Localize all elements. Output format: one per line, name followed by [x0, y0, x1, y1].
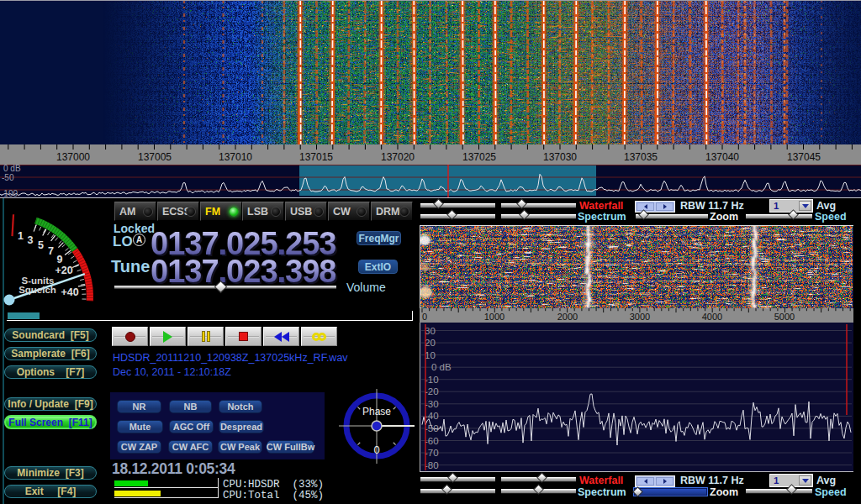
svg-text:-80: -80 — [425, 460, 439, 470]
svg-text:137025: 137025 — [462, 151, 496, 163]
svg-text:137005: 137005 — [138, 151, 172, 163]
svg-text:1: 1 — [18, 230, 24, 242]
svg-text:1000: 1000 — [484, 312, 504, 322]
svg-text:10: 10 — [425, 350, 436, 360]
svg-text:4000: 4000 — [702, 312, 722, 322]
svg-text:137030: 137030 — [543, 151, 577, 163]
svg-text:-20: -20 — [425, 386, 439, 396]
svg-text:0 dB: 0 dB — [431, 362, 452, 372]
svg-text:2000: 2000 — [557, 312, 578, 322]
svg-text:137000: 137000 — [56, 151, 90, 163]
svg-text:137045: 137045 — [787, 151, 821, 163]
svg-text:137020: 137020 — [381, 151, 415, 163]
svg-text:5: 5 — [38, 239, 44, 251]
svg-text:137015: 137015 — [299, 151, 333, 163]
svg-text:137010: 137010 — [219, 151, 252, 163]
svg-text:7: 7 — [48, 245, 54, 257]
svg-text:0 dB: 0 dB — [3, 165, 21, 173]
svg-text:0: 0 — [373, 444, 379, 456]
svg-text:+20: +20 — [55, 265, 72, 276]
svg-text:+40: +40 — [61, 286, 78, 298]
svg-text:3000: 3000 — [630, 312, 650, 322]
svg-text:-50: -50 — [2, 173, 14, 182]
svg-text:137040: 137040 — [705, 151, 739, 163]
svg-text:-70: -70 — [425, 448, 439, 458]
svg-text:-60: -60 — [425, 436, 439, 446]
svg-text:0: 0 — [422, 312, 427, 322]
svg-text:137035: 137035 — [624, 151, 658, 163]
svg-text:-100: -100 — [1, 189, 18, 198]
svg-text:-50: -50 — [425, 423, 439, 433]
svg-text:30: 30 — [425, 326, 436, 336]
svg-text:-40: -40 — [425, 411, 439, 421]
svg-text:Phase: Phase — [362, 406, 391, 417]
svg-text:-30: -30 — [425, 399, 439, 409]
svg-text:20: 20 — [425, 338, 436, 348]
svg-text:5000: 5000 — [774, 312, 795, 322]
svg-text:Squelch: Squelch — [18, 285, 56, 295]
svg-text:-10: -10 — [425, 375, 439, 385]
svg-text:3: 3 — [28, 234, 34, 246]
